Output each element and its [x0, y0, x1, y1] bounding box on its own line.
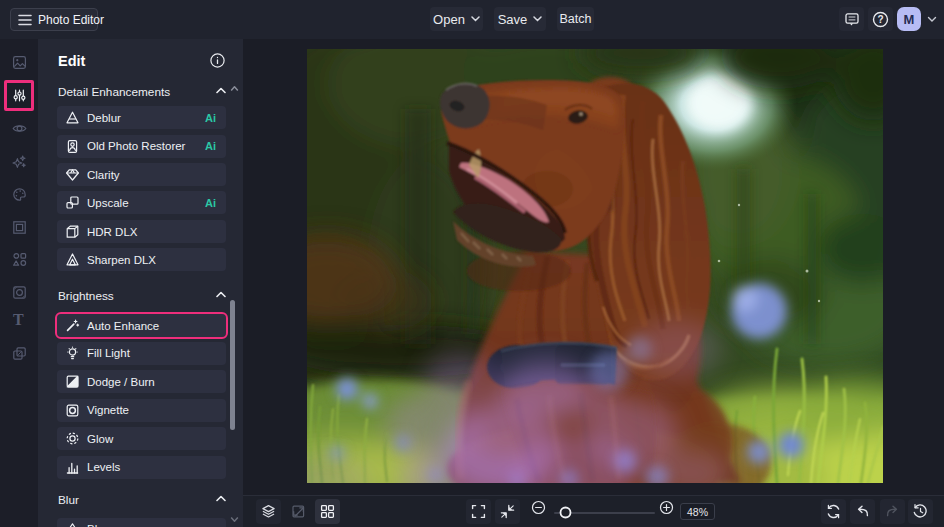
svg-text:?: ?	[877, 14, 883, 25]
